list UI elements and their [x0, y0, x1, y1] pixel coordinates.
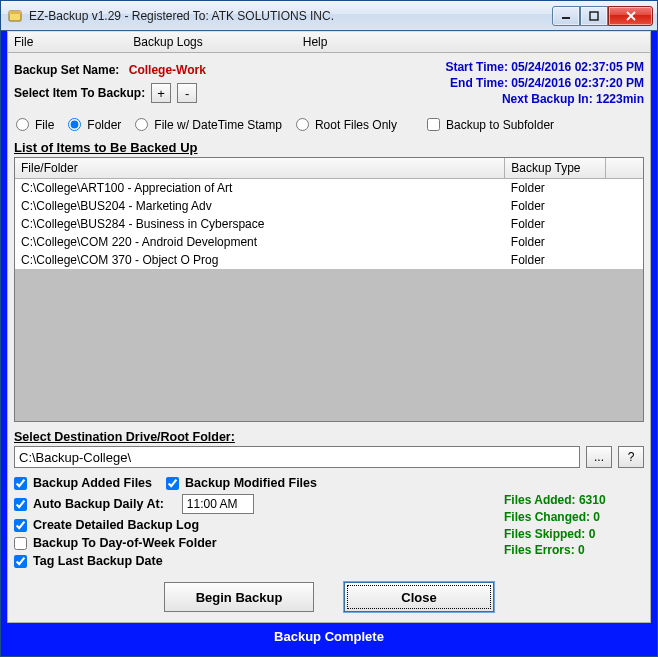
select-item-label: Select Item To Backup:: [14, 86, 145, 100]
menu-backup-logs[interactable]: Backup Logs: [133, 35, 202, 49]
main-panel: Backup Set Name: College-Work Select Ite…: [7, 53, 651, 623]
maximize-button[interactable]: [580, 6, 608, 26]
col-file-folder[interactable]: File/Folder: [15, 158, 505, 179]
client-area: File Backup Logs Help Backup Set Name: C…: [1, 31, 657, 656]
backup-type-row: File Folder File w/ DateTime Stamp Root …: [16, 118, 644, 132]
auto-backup-time[interactable]: [182, 494, 254, 514]
cell-type: Folder: [505, 215, 606, 233]
end-time: End Time: 05/24/2016 02:37:20 PM: [445, 75, 644, 91]
grid-title: List of Items to Be Backed Up: [14, 140, 644, 155]
col-backup-type[interactable]: Backup Type: [505, 158, 606, 179]
radio-file-datetime[interactable]: File w/ DateTime Stamp: [135, 118, 282, 132]
radio-root-only[interactable]: Root Files Only: [296, 118, 397, 132]
stat-changed: Files Changed: 0: [504, 509, 644, 526]
cell-path: C:\College\ART100 - Appreciation of Art: [15, 178, 505, 197]
remove-item-button[interactable]: -: [177, 83, 197, 103]
checkbox-backup-modified[interactable]: Backup Modified Files: [166, 476, 317, 490]
svg-rect-3: [590, 12, 598, 20]
close-button[interactable]: Close: [344, 582, 494, 612]
svg-rect-1: [9, 11, 21, 14]
cell-path: C:\College\BUS204 - Marketing Adv: [15, 197, 505, 215]
dest-title: Select Destination Drive/Root Folder:: [14, 430, 644, 444]
checkbox-auto-backup[interactable]: Auto Backup Daily At:: [14, 497, 164, 511]
checkbox-day-of-week[interactable]: Backup To Day-of-Week Folder: [14, 536, 217, 550]
cell-type: Folder: [505, 178, 606, 197]
browse-button[interactable]: ...: [586, 446, 612, 468]
minimize-button[interactable]: [552, 6, 580, 26]
cell-type: Folder: [505, 233, 606, 251]
table-row[interactable]: C:\College\BUS284 - Business in Cyberspa…: [15, 215, 643, 233]
cell-path: C:\College\BUS284 - Business in Cyberspa…: [15, 215, 505, 233]
checkbox-tag-last-date[interactable]: Tag Last Backup Date: [14, 554, 163, 568]
next-backup: Next Backup In: 1223min: [445, 91, 644, 107]
stat-errors: Files Errors: 0: [504, 542, 644, 559]
col-spacer: [605, 158, 643, 179]
cell-path: C:\College\COM 370 - Object O Prog: [15, 251, 505, 269]
radio-file[interactable]: File: [16, 118, 54, 132]
add-item-button[interactable]: +: [151, 83, 171, 103]
begin-backup-button[interactable]: Begin Backup: [164, 582, 314, 612]
items-grid[interactable]: File/Folder Backup Type C:\College\ART10…: [14, 157, 644, 422]
status-bar: Backup Complete: [7, 623, 651, 650]
setname-value: College-Work: [129, 63, 206, 77]
table-row[interactable]: C:\College\COM 370 - Object O ProgFolder: [15, 251, 643, 269]
radio-folder[interactable]: Folder: [68, 118, 121, 132]
cell-type: Folder: [505, 251, 606, 269]
checkbox-detailed-log[interactable]: Create Detailed Backup Log: [14, 518, 199, 532]
help-button[interactable]: ?: [618, 446, 644, 468]
dest-input[interactable]: [14, 446, 580, 468]
table-row[interactable]: C:\College\COM 220 - Android Development…: [15, 233, 643, 251]
window-title: EZ-Backup v1.29 - Registered To: ATK SOL…: [29, 9, 552, 23]
table-row[interactable]: C:\College\BUS204 - Marketing AdvFolder: [15, 197, 643, 215]
time-info: Start Time: 05/24/2016 02:37:05 PM End T…: [445, 59, 644, 108]
menubar: File Backup Logs Help: [7, 31, 651, 53]
app-icon: [7, 8, 23, 24]
stat-added: Files Added: 6310: [504, 492, 644, 509]
setname-label: Backup Set Name:: [14, 63, 119, 77]
close-window-button[interactable]: [608, 6, 653, 26]
checkbox-subfolder[interactable]: Backup to Subfolder: [427, 118, 554, 132]
cell-type: Folder: [505, 197, 606, 215]
cell-path: C:\College\COM 220 - Android Development: [15, 233, 505, 251]
titlebar[interactable]: EZ-Backup v1.29 - Registered To: ATK SOL…: [1, 1, 657, 31]
table-row[interactable]: C:\College\ART100 - Appreciation of ArtF…: [15, 178, 643, 197]
grid-empty-area: [15, 269, 643, 421]
app-window: EZ-Backup v1.29 - Registered To: ATK SOL…: [0, 0, 658, 657]
menu-file[interactable]: File: [14, 35, 33, 49]
stats-block: Files Added: 6310 Files Changed: 0 Files…: [504, 492, 644, 559]
stat-skipped: Files Skipped: 0: [504, 526, 644, 543]
checkbox-backup-added[interactable]: Backup Added Files: [14, 476, 152, 490]
start-time: Start Time: 05/24/2016 02:37:05 PM: [445, 59, 644, 75]
menu-help[interactable]: Help: [303, 35, 328, 49]
